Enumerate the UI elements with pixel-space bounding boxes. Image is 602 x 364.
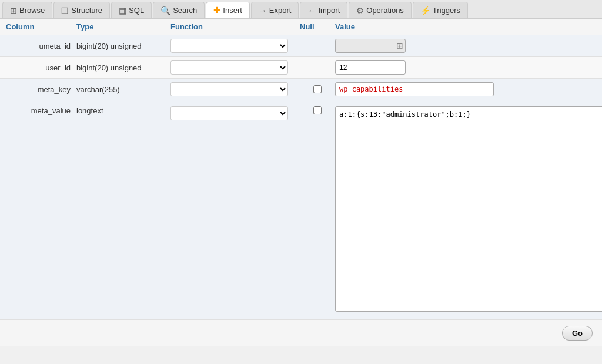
field-type-meta-value: longtext: [76, 106, 170, 115]
col-header-function: Function: [170, 22, 300, 31]
value-input-umeta-id[interactable]: [335, 39, 406, 53]
field-type-umeta-id: bigint(20) unsigned: [76, 42, 170, 50]
value-cell-meta-value: a:1:{s:13:"administrator";b:1;}: [335, 106, 602, 314]
function-select-user-id[interactable]: [170, 60, 288, 75]
tab-sql[interactable]: ▦ SQL: [111, 2, 152, 18]
triggers-icon: ⚡: [420, 6, 430, 15]
tab-insert-label: Insert: [223, 6, 242, 15]
field-name-umeta-id: umeta_id: [6, 42, 76, 50]
null-checkbox-meta-value[interactable]: [313, 106, 322, 114]
field-type-meta-key: varchar(255): [76, 85, 170, 94]
tab-insert[interactable]: ✚ Insert: [206, 2, 250, 18]
value-cell-meta-key: [335, 82, 596, 96]
null-cell-meta-key[interactable]: [300, 85, 335, 93]
export-icon: →: [259, 6, 267, 15]
field-name-meta-value: meta_value: [6, 106, 76, 115]
main-content: Column Type Function Null Value umeta_id…: [0, 19, 602, 320]
field-name-user-id: user_id: [6, 63, 76, 72]
browse-icon: ⊞: [10, 6, 17, 15]
search-icon: 🔍: [160, 6, 170, 15]
tab-browse[interactable]: ⊞ Browse: [2, 2, 52, 18]
function-select-meta-key[interactable]: [170, 82, 288, 96]
insert-icon: ✚: [213, 5, 220, 15]
tab-structure-label: Structure: [71, 6, 102, 15]
tab-import-label: Import: [318, 6, 340, 15]
grid-icon: ⊞: [396, 41, 403, 50]
function-cell-umeta-id: [170, 39, 300, 53]
tab-triggers-label: Triggers: [433, 6, 460, 15]
null-checkbox-meta-key[interactable]: [313, 85, 322, 93]
row-umeta-id: umeta_id bigint(20) unsigned ⊞: [0, 35, 602, 57]
nav-tabs: ⊞ Browse ❑ Structure ▦ SQL 🔍 Search ✚ In…: [0, 0, 602, 19]
field-name-meta-key: meta_key: [6, 85, 76, 94]
value-input-meta-key[interactable]: [335, 82, 494, 96]
tab-triggers[interactable]: ⚡ Triggers: [413, 2, 468, 18]
structure-icon: ❑: [61, 6, 69, 15]
tab-browse-label: Browse: [19, 6, 45, 15]
value-input-user-id[interactable]: [335, 60, 406, 75]
col-header-value: Value: [335, 22, 596, 31]
import-icon: ←: [307, 6, 316, 15]
null-cell-meta-value[interactable]: [300, 106, 335, 114]
col-header-type: Type: [76, 22, 170, 31]
function-select-meta-value[interactable]: [170, 106, 288, 120]
table-header-row: Column Type Function Null Value: [0, 19, 602, 35]
row-user-id: user_id bigint(20) unsigned: [0, 57, 602, 79]
row-meta-value: meta_value longtext a:1:{s:13:"administr…: [0, 100, 602, 320]
field-type-user-id: bigint(20) unsigned: [76, 63, 170, 72]
tab-structure[interactable]: ❑ Structure: [53, 2, 110, 18]
tab-export-label: Export: [269, 6, 292, 15]
tab-search[interactable]: 🔍 Search: [153, 2, 205, 18]
value-cell-user-id: [335, 60, 596, 75]
function-cell-meta-key: [170, 82, 300, 96]
operations-icon: ⚙: [356, 6, 364, 15]
value-cell-umeta-id: ⊞: [335, 39, 596, 53]
value-textarea-meta-value[interactable]: a:1:{s:13:"administrator";b:1;}: [335, 106, 602, 312]
col-header-null: Null: [300, 22, 335, 31]
go-button[interactable]: Go: [562, 326, 593, 341]
tab-export[interactable]: → Export: [251, 2, 299, 18]
bottom-bar: Go: [0, 320, 602, 346]
function-select-umeta-id[interactable]: [170, 39, 288, 53]
umeta-input-wrap: ⊞: [335, 39, 406, 53]
function-cell-meta-value: [170, 106, 300, 120]
tab-sql-label: SQL: [129, 6, 144, 15]
tab-operations-label: Operations: [366, 6, 404, 15]
tab-operations[interactable]: ⚙ Operations: [349, 2, 412, 18]
tab-import[interactable]: ← Import: [300, 2, 347, 18]
sql-icon: ▦: [119, 6, 126, 15]
function-cell-user-id: [170, 60, 300, 75]
row-meta-key: meta_key varchar(255): [0, 79, 602, 100]
col-header-column: Column: [6, 22, 76, 31]
tab-search-label: Search: [173, 6, 197, 15]
